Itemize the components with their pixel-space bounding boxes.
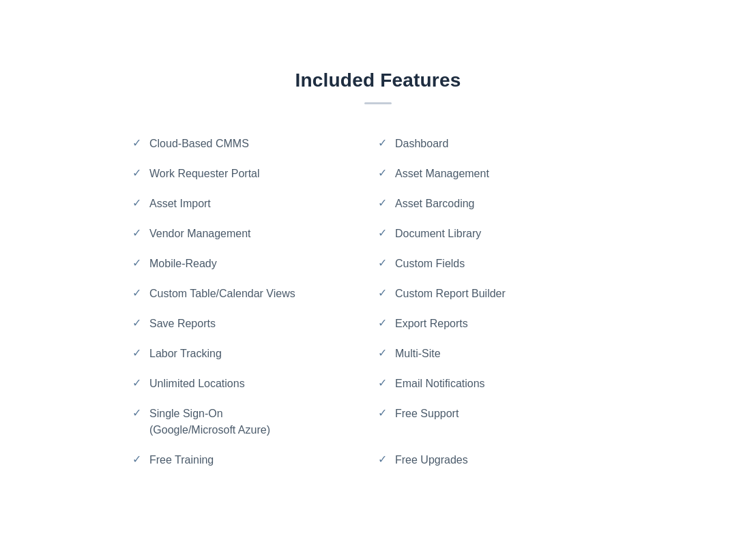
check-icon: ✓	[378, 196, 387, 209]
check-icon: ✓	[378, 376, 387, 389]
list-item: ✓ Labor Tracking	[132, 339, 378, 369]
list-item: ✓ Mobile-Ready	[132, 249, 378, 279]
feature-label: Free Training	[149, 452, 214, 468]
list-item: ✓ Custom Fields	[378, 249, 624, 279]
title-divider	[364, 102, 392, 104]
list-item: ✓ Custom Table/Calendar Views	[132, 279, 378, 309]
check-icon: ✓	[132, 346, 141, 359]
feature-label: Free Support	[395, 406, 459, 422]
list-item: ✓ Vendor Management	[132, 219, 378, 249]
list-item: ✓ Save Reports	[132, 309, 378, 339]
section-title: Included Features	[132, 70, 624, 91]
list-item: ✓ Export Reports	[378, 309, 624, 339]
check-icon: ✓	[132, 196, 141, 209]
feature-label: Dashboard	[395, 136, 448, 152]
check-icon: ✓	[132, 136, 141, 149]
feature-label: Email Notifications	[395, 376, 485, 392]
list-item: ✓ Free Training	[132, 445, 378, 475]
check-icon: ✓	[378, 453, 387, 466]
check-icon: ✓	[132, 226, 141, 239]
features-grid: ✓ Cloud-Based CMMS ✓ Dashboard ✓ Work Re…	[132, 129, 624, 475]
check-icon: ✓	[378, 406, 387, 419]
feature-label: Unlimited Locations	[149, 376, 245, 392]
feature-label: Asset Import	[149, 196, 211, 212]
check-icon: ✓	[132, 256, 141, 269]
list-item: ✓ Custom Report Builder	[378, 279, 624, 309]
feature-label: Custom Fields	[395, 256, 465, 272]
list-item: ✓ Asset Management	[378, 159, 624, 189]
feature-label: Vendor Management	[149, 226, 251, 242]
check-icon: ✓	[132, 376, 141, 389]
feature-label: Single Sign-On(Google/Microsoft Azure)	[149, 406, 270, 438]
check-icon: ✓	[132, 316, 141, 329]
feature-label: Export Reports	[395, 316, 468, 332]
list-item: ✓ Multi-Site	[378, 339, 624, 369]
feature-label: Asset Barcoding	[395, 196, 475, 212]
list-item: ✓ Document Library	[378, 219, 624, 249]
feature-label: Save Reports	[149, 316, 216, 332]
list-item: ✓ Work Requester Portal	[132, 159, 378, 189]
feature-label: Mobile-Ready	[149, 256, 217, 272]
feature-label: Document Library	[395, 226, 481, 242]
list-item: ✓ Asset Barcoding	[378, 189, 624, 219]
feature-label: Custom Table/Calendar Views	[149, 286, 295, 302]
check-icon: ✓	[132, 406, 141, 419]
list-item: ✓ Cloud-Based CMMS	[132, 129, 378, 159]
check-icon: ✓	[378, 346, 387, 359]
feature-label: Free Upgrades	[395, 452, 468, 468]
list-item: ✓ Free Support	[378, 399, 624, 445]
features-section: Included Features ✓ Cloud-Based CMMS ✓ D…	[119, 42, 637, 502]
check-icon: ✓	[378, 286, 387, 299]
list-item: ✓ Email Notifications	[378, 369, 624, 399]
check-icon: ✓	[378, 166, 387, 179]
list-item: ✓ Free Upgrades	[378, 445, 624, 475]
feature-label: Custom Report Builder	[395, 286, 506, 302]
check-icon: ✓	[378, 316, 387, 329]
list-item: ✓ Unlimited Locations	[132, 369, 378, 399]
feature-label: Multi-Site	[395, 346, 441, 362]
check-icon: ✓	[132, 453, 141, 466]
feature-label: Cloud-Based CMMS	[149, 136, 249, 152]
check-icon: ✓	[378, 226, 387, 239]
feature-label: Asset Management	[395, 166, 489, 182]
check-icon: ✓	[132, 286, 141, 299]
feature-label: Labor Tracking	[149, 346, 222, 362]
list-item: ✓ Asset Import	[132, 189, 378, 219]
feature-label: Work Requester Portal	[149, 166, 260, 182]
check-icon: ✓	[378, 256, 387, 269]
check-icon: ✓	[378, 136, 387, 149]
check-icon: ✓	[132, 166, 141, 179]
list-item: ✓ Dashboard	[378, 129, 624, 159]
list-item: ✓ Single Sign-On(Google/Microsoft Azure)	[132, 399, 378, 445]
